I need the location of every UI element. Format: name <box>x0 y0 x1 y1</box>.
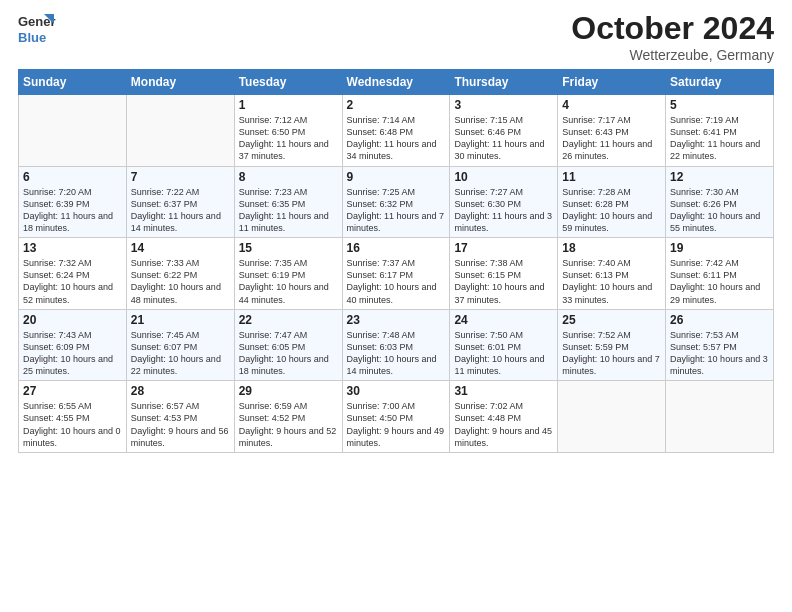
calendar-table: Sunday Monday Tuesday Wednesday Thursday… <box>18 69 774 453</box>
day-cell: 14Sunrise: 7:33 AM Sunset: 6:22 PM Dayli… <box>126 238 234 310</box>
day-cell <box>19 95 127 167</box>
day-cell: 17Sunrise: 7:38 AM Sunset: 6:15 PM Dayli… <box>450 238 558 310</box>
week-row-2: 6Sunrise: 7:20 AM Sunset: 6:39 PM Daylig… <box>19 166 774 238</box>
day-info: Sunrise: 7:33 AM Sunset: 6:22 PM Dayligh… <box>131 257 230 306</box>
day-info: Sunrise: 7:14 AM Sunset: 6:48 PM Dayligh… <box>347 114 446 163</box>
day-number: 20 <box>23 313 122 327</box>
col-monday: Monday <box>126 70 234 95</box>
day-cell: 30Sunrise: 7:00 AM Sunset: 4:50 PM Dayli… <box>342 381 450 453</box>
logo: General Blue <box>18 10 56 52</box>
day-cell: 6Sunrise: 7:20 AM Sunset: 6:39 PM Daylig… <box>19 166 127 238</box>
day-info: Sunrise: 6:57 AM Sunset: 4:53 PM Dayligh… <box>131 400 230 449</box>
day-number: 1 <box>239 98 338 112</box>
day-number: 3 <box>454 98 553 112</box>
day-number: 16 <box>347 241 446 255</box>
day-number: 19 <box>670 241 769 255</box>
day-number: 28 <box>131 384 230 398</box>
day-number: 29 <box>239 384 338 398</box>
week-row-5: 27Sunrise: 6:55 AM Sunset: 4:55 PM Dayli… <box>19 381 774 453</box>
day-cell: 16Sunrise: 7:37 AM Sunset: 6:17 PM Dayli… <box>342 238 450 310</box>
day-number: 13 <box>23 241 122 255</box>
day-cell: 27Sunrise: 6:55 AM Sunset: 4:55 PM Dayli… <box>19 381 127 453</box>
col-thursday: Thursday <box>450 70 558 95</box>
day-cell: 1Sunrise: 7:12 AM Sunset: 6:50 PM Daylig… <box>234 95 342 167</box>
logo-svg: General Blue <box>18 10 56 52</box>
day-cell: 15Sunrise: 7:35 AM Sunset: 6:19 PM Dayli… <box>234 238 342 310</box>
day-number: 10 <box>454 170 553 184</box>
day-cell: 18Sunrise: 7:40 AM Sunset: 6:13 PM Dayli… <box>558 238 666 310</box>
day-cell: 22Sunrise: 7:47 AM Sunset: 6:05 PM Dayli… <box>234 309 342 381</box>
day-info: Sunrise: 7:47 AM Sunset: 6:05 PM Dayligh… <box>239 329 338 378</box>
title-location: Wetterzeube, Germany <box>571 47 774 63</box>
day-info: Sunrise: 7:00 AM Sunset: 4:50 PM Dayligh… <box>347 400 446 449</box>
day-info: Sunrise: 7:32 AM Sunset: 6:24 PM Dayligh… <box>23 257 122 306</box>
col-sunday: Sunday <box>19 70 127 95</box>
day-info: Sunrise: 7:35 AM Sunset: 6:19 PM Dayligh… <box>239 257 338 306</box>
day-info: Sunrise: 7:52 AM Sunset: 5:59 PM Dayligh… <box>562 329 661 378</box>
day-cell: 13Sunrise: 7:32 AM Sunset: 6:24 PM Dayli… <box>19 238 127 310</box>
page: General Blue October 2024 Wetterzeube, G… <box>0 0 792 612</box>
day-cell: 31Sunrise: 7:02 AM Sunset: 4:48 PM Dayli… <box>450 381 558 453</box>
day-info: Sunrise: 7:12 AM Sunset: 6:50 PM Dayligh… <box>239 114 338 163</box>
day-cell: 10Sunrise: 7:27 AM Sunset: 6:30 PM Dayli… <box>450 166 558 238</box>
day-cell: 21Sunrise: 7:45 AM Sunset: 6:07 PM Dayli… <box>126 309 234 381</box>
calendar-header-row: Sunday Monday Tuesday Wednesday Thursday… <box>19 70 774 95</box>
day-number: 24 <box>454 313 553 327</box>
day-cell: 19Sunrise: 7:42 AM Sunset: 6:11 PM Dayli… <box>666 238 774 310</box>
day-cell: 3Sunrise: 7:15 AM Sunset: 6:46 PM Daylig… <box>450 95 558 167</box>
day-info: Sunrise: 7:02 AM Sunset: 4:48 PM Dayligh… <box>454 400 553 449</box>
day-number: 14 <box>131 241 230 255</box>
day-info: Sunrise: 7:43 AM Sunset: 6:09 PM Dayligh… <box>23 329 122 378</box>
day-cell: 20Sunrise: 7:43 AM Sunset: 6:09 PM Dayli… <box>19 309 127 381</box>
day-number: 18 <box>562 241 661 255</box>
col-tuesday: Tuesday <box>234 70 342 95</box>
day-number: 5 <box>670 98 769 112</box>
day-cell: 9Sunrise: 7:25 AM Sunset: 6:32 PM Daylig… <box>342 166 450 238</box>
day-info: Sunrise: 7:53 AM Sunset: 5:57 PM Dayligh… <box>670 329 769 378</box>
day-number: 27 <box>23 384 122 398</box>
day-info: Sunrise: 7:19 AM Sunset: 6:41 PM Dayligh… <box>670 114 769 163</box>
day-number: 2 <box>347 98 446 112</box>
day-info: Sunrise: 7:50 AM Sunset: 6:01 PM Dayligh… <box>454 329 553 378</box>
day-cell: 7Sunrise: 7:22 AM Sunset: 6:37 PM Daylig… <box>126 166 234 238</box>
day-info: Sunrise: 7:23 AM Sunset: 6:35 PM Dayligh… <box>239 186 338 235</box>
day-cell: 5Sunrise: 7:19 AM Sunset: 6:41 PM Daylig… <box>666 95 774 167</box>
day-number: 6 <box>23 170 122 184</box>
col-saturday: Saturday <box>666 70 774 95</box>
day-cell: 28Sunrise: 6:57 AM Sunset: 4:53 PM Dayli… <box>126 381 234 453</box>
day-info: Sunrise: 7:17 AM Sunset: 6:43 PM Dayligh… <box>562 114 661 163</box>
day-cell: 8Sunrise: 7:23 AM Sunset: 6:35 PM Daylig… <box>234 166 342 238</box>
header: General Blue October 2024 Wetterzeube, G… <box>18 10 774 63</box>
day-number: 30 <box>347 384 446 398</box>
day-cell: 11Sunrise: 7:28 AM Sunset: 6:28 PM Dayli… <box>558 166 666 238</box>
day-info: Sunrise: 7:28 AM Sunset: 6:28 PM Dayligh… <box>562 186 661 235</box>
title-month: October 2024 <box>571 10 774 47</box>
day-number: 21 <box>131 313 230 327</box>
day-info: Sunrise: 7:30 AM Sunset: 6:26 PM Dayligh… <box>670 186 769 235</box>
day-info: Sunrise: 7:40 AM Sunset: 6:13 PM Dayligh… <box>562 257 661 306</box>
svg-text:Blue: Blue <box>18 30 46 45</box>
day-number: 8 <box>239 170 338 184</box>
day-number: 26 <box>670 313 769 327</box>
day-cell: 25Sunrise: 7:52 AM Sunset: 5:59 PM Dayli… <box>558 309 666 381</box>
day-info: Sunrise: 7:42 AM Sunset: 6:11 PM Dayligh… <box>670 257 769 306</box>
day-info: Sunrise: 6:55 AM Sunset: 4:55 PM Dayligh… <box>23 400 122 449</box>
col-friday: Friday <box>558 70 666 95</box>
day-cell: 24Sunrise: 7:50 AM Sunset: 6:01 PM Dayli… <box>450 309 558 381</box>
week-row-4: 20Sunrise: 7:43 AM Sunset: 6:09 PM Dayli… <box>19 309 774 381</box>
week-row-1: 1Sunrise: 7:12 AM Sunset: 6:50 PM Daylig… <box>19 95 774 167</box>
day-number: 7 <box>131 170 230 184</box>
day-cell: 29Sunrise: 6:59 AM Sunset: 4:52 PM Dayli… <box>234 381 342 453</box>
day-number: 12 <box>670 170 769 184</box>
title-block: October 2024 Wetterzeube, Germany <box>571 10 774 63</box>
day-cell <box>558 381 666 453</box>
day-number: 31 <box>454 384 553 398</box>
day-info: Sunrise: 7:15 AM Sunset: 6:46 PM Dayligh… <box>454 114 553 163</box>
col-wednesday: Wednesday <box>342 70 450 95</box>
day-number: 11 <box>562 170 661 184</box>
day-number: 17 <box>454 241 553 255</box>
day-info: Sunrise: 7:38 AM Sunset: 6:15 PM Dayligh… <box>454 257 553 306</box>
day-number: 22 <box>239 313 338 327</box>
day-cell: 2Sunrise: 7:14 AM Sunset: 6:48 PM Daylig… <box>342 95 450 167</box>
day-number: 4 <box>562 98 661 112</box>
